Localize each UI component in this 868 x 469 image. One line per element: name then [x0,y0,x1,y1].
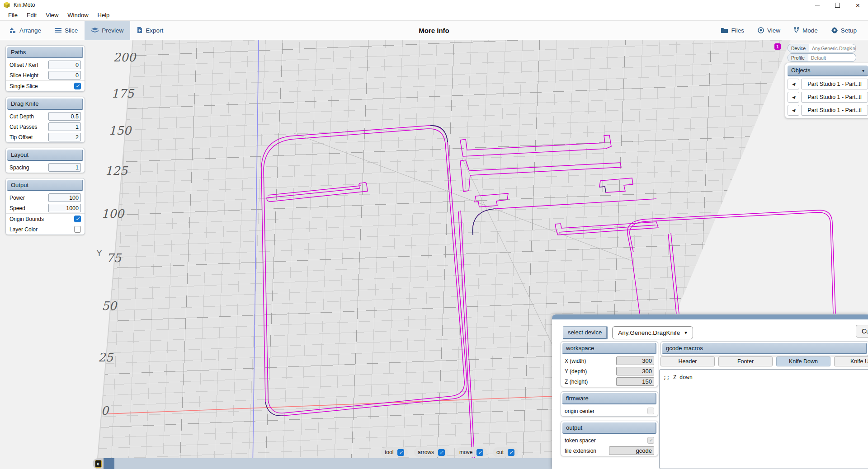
object-name-button[interactable]: Part Studio 1 - Part..tl [801,105,868,116]
arrange-button[interactable]: Arrange [3,21,48,40]
tab-footer[interactable]: Footer [718,356,773,366]
origin-center-checkbox[interactable] [647,408,654,414]
left-triangle-icon: ◀ [792,82,795,86]
chevron-down-icon: ▾ [684,330,687,336]
mode-button[interactable]: Mode [787,21,825,40]
layer-scrubber-cap: 0 [93,458,104,469]
row-z-height: Z (height) [561,376,658,387]
workspace-panel: workspace X (width) Y (depth) Z (height) [561,341,658,387]
object-row: ◀ Part Studio 1 - Part..tl [788,79,868,89]
profile-pill[interactable]: Profile Default [788,53,856,62]
files-button[interactable]: Files [714,21,751,40]
row-cut-depth: Cut Depth [6,111,85,122]
tab-header[interactable]: Header [660,356,715,366]
menu-window[interactable]: Window [63,11,93,19]
export-icon [137,27,142,33]
layer-scrubber-track[interactable] [114,458,552,469]
minimize-button[interactable] [807,0,827,10]
row-origin-center: origin center [561,406,658,416]
menu-view[interactable]: View [41,11,63,19]
toggle-tool[interactable]: tool ✓ [381,447,408,457]
row-token-spacer: token spacer ✓ [561,435,658,446]
arrange-icon [9,27,16,33]
layer-color-checkbox[interactable] [74,226,81,233]
object-name-button[interactable]: Part Studio 1 - Part..tl [801,92,868,103]
row-file-extension: file extension [561,446,658,456]
window-title: Kiri:Moto [14,2,35,8]
row-power: Power [6,192,85,203]
z-height-input[interactable] [616,377,654,386]
row-single-slice: Single Slice ✓ [6,80,85,91]
view-button[interactable]: View [751,21,787,40]
view-icon [758,27,764,33]
tab-knife-up[interactable]: Knife Up [834,356,868,366]
toggle-arrows-checkbox[interactable]: ✓ [438,449,445,456]
menu-help[interactable]: Help [93,11,114,19]
single-slice-checkbox[interactable]: ✓ [74,83,81,89]
file-extension-input[interactable] [609,446,654,455]
device-pill[interactable]: Device Any.Generic.DragKnife [788,44,856,52]
row-slice-height: Slice Height [6,70,85,80]
customize-button[interactable]: Cust [856,325,868,338]
menu-file[interactable]: File [4,11,22,19]
setup-button[interactable]: Setup [825,21,863,40]
gcode-editor[interactable]: ;; Z down [659,369,868,469]
device-select[interactable]: Any.Generic.DragKnife ▾ [612,326,693,339]
tip-offset-input[interactable] [48,133,81,141]
dialog-titlebar[interactable] [552,314,868,319]
gcode-macros-header: gcode macros [662,343,867,354]
origin-bounds-checkbox[interactable]: ✓ [74,216,81,222]
panel-drag-knife-header[interactable]: Drag Knife [7,98,83,110]
toggle-move[interactable]: move ✓ [456,447,487,457]
panel-layout: Layout Spacing [5,148,85,173]
panel-paths-header[interactable]: Paths [7,47,83,58]
toggle-cut[interactable]: cut ✓ [493,447,518,457]
cut-passes-input[interactable] [48,122,81,131]
y-depth-input[interactable] [616,367,654,375]
object-prev-button[interactable]: ◀ [788,105,799,116]
panel-drag-knife: Drag Knife Cut Depth Cut Passes Tip Offs… [5,97,85,143]
toggle-cut-checkbox[interactable]: ✓ [508,449,514,456]
settings-sidebar: Paths Offset / Kerf Slice Height Single … [5,45,85,235]
files-icon [721,28,728,33]
panel-output-header[interactable]: Output [7,180,83,191]
preview-button[interactable]: Preview [85,21,130,40]
axis-label-25: 25 [98,351,113,364]
panel-layout-header[interactable]: Layout [7,150,83,161]
minimize-icon [815,5,820,5]
device-pill-value: Any.Generic.DragKnife [809,44,856,52]
axis-label-175: 175 [111,87,134,100]
window-titlebar: Kiri:Moto × [0,0,868,10]
close-button[interactable]: × [848,0,868,10]
export-button[interactable]: Export [130,21,170,40]
toggle-move-checkbox[interactable]: ✓ [476,449,483,456]
maximize-button[interactable] [827,0,848,10]
power-input[interactable] [48,193,81,202]
x-width-input[interactable] [616,356,654,365]
layer-scrubber[interactable]: 0 [93,458,552,469]
toggle-arrows[interactable]: arrows ✓ [414,447,448,457]
speed-input[interactable] [48,204,81,212]
toggle-tool-checkbox[interactable]: ✓ [397,449,404,456]
panel-output: Output Power Speed Origin Bounds ✓ Layer… [5,178,85,235]
object-prev-button[interactable]: ◀ [788,79,799,89]
layer-scrubber-handle[interactable] [104,458,114,469]
select-device-label: select device [563,326,608,339]
object-prev-button[interactable]: ◀ [788,92,799,103]
token-spacer-checkbox[interactable]: ✓ [647,437,654,444]
slice-height-input[interactable] [48,71,81,80]
object-name-button[interactable]: Part Studio 1 - Part..tl [801,79,868,89]
profile-pill-label: Profile [788,54,808,61]
slice-button[interactable]: Slice [48,21,85,40]
axis-label-75: 75 [106,251,121,265]
axis-label-150: 150 [108,124,131,137]
menu-edit[interactable]: Edit [22,11,41,19]
y-axis-name: Y [97,249,102,258]
kirimoto-app: { "window": { "title": "Kiri:Moto", "men… [0,0,868,469]
cut-depth-input[interactable] [48,112,81,121]
axis-label-0: 0 [101,404,108,417]
tab-knife-down[interactable]: Knife Down [776,356,830,366]
objects-panel-header[interactable]: Objects ▾ [788,66,868,76]
spacing-input[interactable] [48,163,81,172]
offset-kerf-input[interactable] [48,61,81,69]
